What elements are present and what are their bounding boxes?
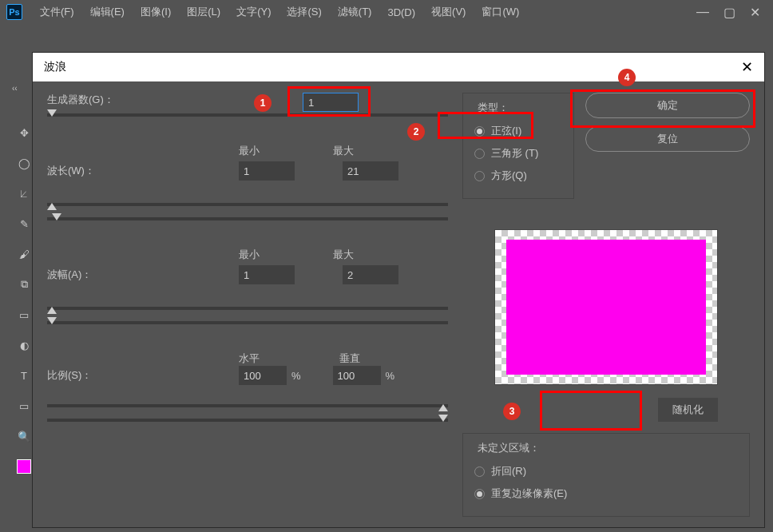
maximize-icon[interactable]: ▢ [723,5,735,20]
wavelength-max-input[interactable] [343,161,398,181]
preview-content [506,240,706,375]
slider-thumb[interactable] [438,404,448,411]
undefined-area-fieldset: 未定义区域： 折回(R) 重复边缘像素(E) [462,433,750,517]
window-controls: — ▢ ✕ [696,5,767,20]
dialog-left-column: 生成器数(G)： 最小 最大 波长(W)： [47,93,448,528]
amplitude-max-input[interactable] [343,265,398,284]
crop-tool-icon[interactable]: ⟀ [14,184,34,203]
repeat-edge-label: 重复边缘像素(E) [491,486,567,501]
gradient-tool-icon[interactable]: ▭ [14,305,34,324]
amplitude-slider-bottom[interactable] [47,321,448,324]
blur-tool-icon[interactable]: ◐ [14,335,34,355]
generators-slider[interactable] [47,113,448,117]
amplitude-min-label: 最小 [239,248,260,262]
wavelength-min-input[interactable] [239,161,295,181]
slider-thumb[interactable] [47,307,57,314]
zoom-tool-icon[interactable]: 🔍 [14,427,34,446]
app-logo: Ps [6,4,22,20]
wrap-radio[interactable]: 折回(R) [474,460,738,482]
slider-thumb[interactable] [47,317,57,324]
scale-h-input[interactable] [239,366,287,385]
ok-button[interactable]: 确定 [585,93,750,118]
type-sine-radio[interactable]: 正弦(I) [474,120,562,142]
type-title: 类型： [474,101,512,115]
slider-thumb[interactable] [47,203,57,210]
scale-slider-bottom[interactable] [47,419,448,422]
pct-label: % [386,370,395,382]
annotation-marker-2: 2 [407,123,425,141]
clone-tool-icon[interactable]: ⧉ [14,275,34,294]
preview-box [494,229,718,385]
type-sine-label: 正弦(I) [491,124,521,138]
menu-file[interactable]: 文件(F) [32,5,82,19]
wavelength-label: 波长(W)： [47,164,135,178]
scale-v-label: 垂直 [339,351,360,366]
slider-thumb[interactable] [47,109,57,117]
generators-input[interactable] [303,93,359,112]
text-tool-icon[interactable]: T [14,366,34,385]
radio-icon [474,126,485,137]
dialog-right-column: 类型： 正弦(I) 三角形 (T) 方形(Q) 确定 [462,93,750,528]
type-square-radio[interactable]: 方形(Q) [474,165,562,187]
amplitude-label: 波幅(A)： [47,268,135,282]
menu-layer[interactable]: 图层(L) [179,5,228,19]
lasso-tool-icon[interactable]: ◯ [14,153,34,173]
wavelength-slider-bottom[interactable] [47,217,448,220]
menu-filter[interactable]: 滤镜(T) [330,5,380,19]
type-triangle-label: 三角形 (T) [491,146,538,161]
type-fieldset: 类型： 正弦(I) 三角形 (T) 方形(Q) [462,93,574,199]
wrap-label: 折回(R) [491,464,526,478]
scale-v-input[interactable] [333,366,381,385]
type-triangle-radio[interactable]: 三角形 (T) [474,142,562,165]
radio-icon [474,171,485,181]
app-titlebar: Ps 文件(F) 编辑(E) 图像(I) 图层(L) 文字(Y) 选择(S) 滤… [0,0,773,24]
eyedropper-tool-icon[interactable]: ✎ [14,214,34,233]
amplitude-min-input[interactable] [239,265,295,284]
reset-button[interactable]: 复位 [585,126,750,152]
radio-icon [474,149,485,159]
scale-label: 比例(S)： [47,368,135,383]
scale-h-label: 水平 [239,351,260,366]
move-tool-icon[interactable]: ✥ [14,123,34,142]
minimize-icon[interactable]: — [696,5,709,20]
type-square-label: 方形(Q) [491,169,527,183]
undefined-area-title: 未定义区域： [474,441,543,455]
wavelength-slider-top[interactable] [47,203,448,206]
wavelength-min-label: 最小 [239,144,260,158]
wavelength-max-label: 最大 [333,144,354,158]
dialog-close-icon[interactable]: ✕ [741,58,753,76]
slider-thumb[interactable] [52,213,61,220]
pct-label: % [291,370,301,382]
menu-image[interactable]: 图像(I) [133,5,179,19]
annotation-marker-1: 1 [254,94,272,112]
slider-thumb[interactable] [438,415,448,422]
randomize-button[interactable]: 随机化 [658,398,718,422]
menu-edit[interactable]: 编辑(E) [82,5,133,19]
annotation-marker-3: 3 [503,403,521,420]
menu-window[interactable]: 窗口(W) [474,5,527,19]
close-icon[interactable]: ✕ [750,5,760,20]
rectangle-tool-icon[interactable]: ▭ [14,396,34,415]
generators-label: 生成器数(G)： [47,93,135,107]
radio-icon [474,466,485,477]
menu-select[interactable]: 选择(S) [279,5,329,19]
amplitude-max-label: 最大 [333,248,354,262]
wave-dialog: 波浪 ✕ 生成器数(G)： 最小 最大 波长(W)： [32,52,765,528]
menu-type[interactable]: 文字(Y) [228,5,279,19]
menu-3d[interactable]: 3D(D) [379,6,423,18]
scale-slider-top[interactable] [47,404,448,407]
repeat-edge-radio[interactable]: 重复边缘像素(E) [474,482,738,505]
color-swatch[interactable] [14,457,34,476]
amplitude-slider-top[interactable] [47,307,448,310]
annotation-marker-4: 4 [618,69,636,86]
dialog-titlebar: 波浪 ✕ [33,53,764,81]
dialog-title: 波浪 [44,60,66,74]
brush-tool-icon[interactable]: 🖌 [14,244,34,264]
menu-view[interactable]: 视图(V) [423,5,474,19]
radio-icon [474,489,485,499]
